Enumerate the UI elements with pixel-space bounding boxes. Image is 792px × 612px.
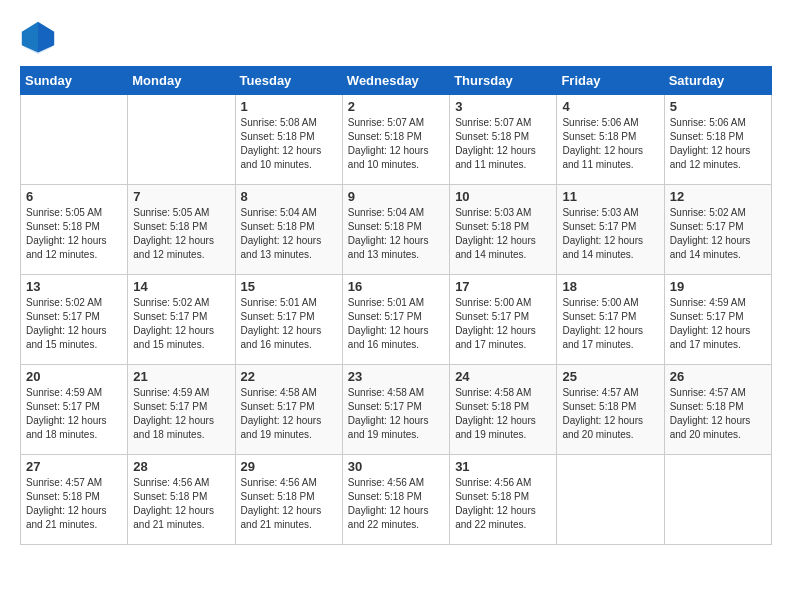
calendar-cell: 29Sunrise: 4:56 AM Sunset: 5:18 PM Dayli… — [235, 455, 342, 545]
calendar-cell: 17Sunrise: 5:00 AM Sunset: 5:17 PM Dayli… — [450, 275, 557, 365]
calendar-cell — [128, 95, 235, 185]
day-info: Sunrise: 4:58 AM Sunset: 5:17 PM Dayligh… — [241, 386, 337, 442]
calendar-cell: 4Sunrise: 5:06 AM Sunset: 5:18 PM Daylig… — [557, 95, 664, 185]
day-info: Sunrise: 4:58 AM Sunset: 5:17 PM Dayligh… — [348, 386, 444, 442]
day-number: 14 — [133, 279, 229, 294]
calendar-cell — [21, 95, 128, 185]
calendar-cell: 16Sunrise: 5:01 AM Sunset: 5:17 PM Dayli… — [342, 275, 449, 365]
day-number: 28 — [133, 459, 229, 474]
day-info: Sunrise: 5:05 AM Sunset: 5:18 PM Dayligh… — [26, 206, 122, 262]
day-info: Sunrise: 5:00 AM Sunset: 5:17 PM Dayligh… — [455, 296, 551, 352]
day-info: Sunrise: 5:03 AM Sunset: 5:17 PM Dayligh… — [562, 206, 658, 262]
calendar-cell: 20Sunrise: 4:59 AM Sunset: 5:17 PM Dayli… — [21, 365, 128, 455]
calendar-table: SundayMondayTuesdayWednesdayThursdayFrid… — [20, 66, 772, 545]
weekday-header: Thursday — [450, 67, 557, 95]
calendar-cell: 22Sunrise: 4:58 AM Sunset: 5:17 PM Dayli… — [235, 365, 342, 455]
day-number: 4 — [562, 99, 658, 114]
day-number: 17 — [455, 279, 551, 294]
day-info: Sunrise: 5:07 AM Sunset: 5:18 PM Dayligh… — [348, 116, 444, 172]
day-info: Sunrise: 5:02 AM Sunset: 5:17 PM Dayligh… — [133, 296, 229, 352]
calendar-cell: 28Sunrise: 4:56 AM Sunset: 5:18 PM Dayli… — [128, 455, 235, 545]
day-info: Sunrise: 5:07 AM Sunset: 5:18 PM Dayligh… — [455, 116, 551, 172]
day-number: 22 — [241, 369, 337, 384]
day-info: Sunrise: 5:04 AM Sunset: 5:18 PM Dayligh… — [348, 206, 444, 262]
calendar-cell: 14Sunrise: 5:02 AM Sunset: 5:17 PM Dayli… — [128, 275, 235, 365]
day-info: Sunrise: 4:56 AM Sunset: 5:18 PM Dayligh… — [133, 476, 229, 532]
calendar-cell — [557, 455, 664, 545]
weekday-header: Friday — [557, 67, 664, 95]
day-number: 13 — [26, 279, 122, 294]
calendar-cell: 8Sunrise: 5:04 AM Sunset: 5:18 PM Daylig… — [235, 185, 342, 275]
calendar-cell: 1Sunrise: 5:08 AM Sunset: 5:18 PM Daylig… — [235, 95, 342, 185]
calendar-cell: 24Sunrise: 4:58 AM Sunset: 5:18 PM Dayli… — [450, 365, 557, 455]
day-info: Sunrise: 5:08 AM Sunset: 5:18 PM Dayligh… — [241, 116, 337, 172]
calendar-cell: 3Sunrise: 5:07 AM Sunset: 5:18 PM Daylig… — [450, 95, 557, 185]
day-info: Sunrise: 4:59 AM Sunset: 5:17 PM Dayligh… — [133, 386, 229, 442]
day-info: Sunrise: 4:57 AM Sunset: 5:18 PM Dayligh… — [562, 386, 658, 442]
day-info: Sunrise: 4:58 AM Sunset: 5:18 PM Dayligh… — [455, 386, 551, 442]
day-info: Sunrise: 5:01 AM Sunset: 5:17 PM Dayligh… — [241, 296, 337, 352]
calendar-cell: 2Sunrise: 5:07 AM Sunset: 5:18 PM Daylig… — [342, 95, 449, 185]
day-number: 31 — [455, 459, 551, 474]
calendar-cell: 10Sunrise: 5:03 AM Sunset: 5:18 PM Dayli… — [450, 185, 557, 275]
day-info: Sunrise: 5:02 AM Sunset: 5:17 PM Dayligh… — [26, 296, 122, 352]
day-number: 9 — [348, 189, 444, 204]
calendar-cell: 11Sunrise: 5:03 AM Sunset: 5:17 PM Dayli… — [557, 185, 664, 275]
day-info: Sunrise: 5:04 AM Sunset: 5:18 PM Dayligh… — [241, 206, 337, 262]
day-info: Sunrise: 5:06 AM Sunset: 5:18 PM Dayligh… — [670, 116, 766, 172]
day-number: 6 — [26, 189, 122, 204]
calendar-cell: 13Sunrise: 5:02 AM Sunset: 5:17 PM Dayli… — [21, 275, 128, 365]
page-header — [20, 20, 772, 56]
calendar-cell: 31Sunrise: 4:56 AM Sunset: 5:18 PM Dayli… — [450, 455, 557, 545]
calendar-cell: 27Sunrise: 4:57 AM Sunset: 5:18 PM Dayli… — [21, 455, 128, 545]
day-number: 7 — [133, 189, 229, 204]
calendar-cell: 23Sunrise: 4:58 AM Sunset: 5:17 PM Dayli… — [342, 365, 449, 455]
day-info: Sunrise: 4:57 AM Sunset: 5:18 PM Dayligh… — [670, 386, 766, 442]
weekday-header: Monday — [128, 67, 235, 95]
weekday-header: Sunday — [21, 67, 128, 95]
day-number: 2 — [348, 99, 444, 114]
calendar-header: SundayMondayTuesdayWednesdayThursdayFrid… — [21, 67, 772, 95]
day-number: 21 — [133, 369, 229, 384]
day-number: 19 — [670, 279, 766, 294]
day-info: Sunrise: 4:59 AM Sunset: 5:17 PM Dayligh… — [26, 386, 122, 442]
calendar-cell — [664, 455, 771, 545]
day-number: 18 — [562, 279, 658, 294]
svg-marker-2 — [22, 22, 38, 53]
day-info: Sunrise: 4:56 AM Sunset: 5:18 PM Dayligh… — [348, 476, 444, 532]
logo-icon — [20, 20, 56, 56]
day-number: 1 — [241, 99, 337, 114]
day-number: 5 — [670, 99, 766, 114]
calendar-cell: 5Sunrise: 5:06 AM Sunset: 5:18 PM Daylig… — [664, 95, 771, 185]
day-number: 30 — [348, 459, 444, 474]
calendar-cell: 9Sunrise: 5:04 AM Sunset: 5:18 PM Daylig… — [342, 185, 449, 275]
calendar-cell: 7Sunrise: 5:05 AM Sunset: 5:18 PM Daylig… — [128, 185, 235, 275]
day-info: Sunrise: 5:00 AM Sunset: 5:17 PM Dayligh… — [562, 296, 658, 352]
day-number: 24 — [455, 369, 551, 384]
calendar-cell: 25Sunrise: 4:57 AM Sunset: 5:18 PM Dayli… — [557, 365, 664, 455]
calendar-cell: 30Sunrise: 4:56 AM Sunset: 5:18 PM Dayli… — [342, 455, 449, 545]
day-info: Sunrise: 5:05 AM Sunset: 5:18 PM Dayligh… — [133, 206, 229, 262]
calendar-cell: 21Sunrise: 4:59 AM Sunset: 5:17 PM Dayli… — [128, 365, 235, 455]
logo — [20, 20, 60, 56]
weekday-header: Tuesday — [235, 67, 342, 95]
calendar-cell: 15Sunrise: 5:01 AM Sunset: 5:17 PM Dayli… — [235, 275, 342, 365]
day-number: 25 — [562, 369, 658, 384]
day-number: 8 — [241, 189, 337, 204]
day-number: 23 — [348, 369, 444, 384]
day-number: 12 — [670, 189, 766, 204]
day-info: Sunrise: 5:03 AM Sunset: 5:18 PM Dayligh… — [455, 206, 551, 262]
day-number: 27 — [26, 459, 122, 474]
day-info: Sunrise: 4:56 AM Sunset: 5:18 PM Dayligh… — [241, 476, 337, 532]
calendar-cell: 18Sunrise: 5:00 AM Sunset: 5:17 PM Dayli… — [557, 275, 664, 365]
day-info: Sunrise: 4:57 AM Sunset: 5:18 PM Dayligh… — [26, 476, 122, 532]
day-number: 15 — [241, 279, 337, 294]
day-info: Sunrise: 4:56 AM Sunset: 5:18 PM Dayligh… — [455, 476, 551, 532]
day-info: Sunrise: 5:02 AM Sunset: 5:17 PM Dayligh… — [670, 206, 766, 262]
weekday-header: Saturday — [664, 67, 771, 95]
day-number: 29 — [241, 459, 337, 474]
day-info: Sunrise: 5:06 AM Sunset: 5:18 PM Dayligh… — [562, 116, 658, 172]
calendar-cell: 19Sunrise: 4:59 AM Sunset: 5:17 PM Dayli… — [664, 275, 771, 365]
day-number: 16 — [348, 279, 444, 294]
day-number: 11 — [562, 189, 658, 204]
